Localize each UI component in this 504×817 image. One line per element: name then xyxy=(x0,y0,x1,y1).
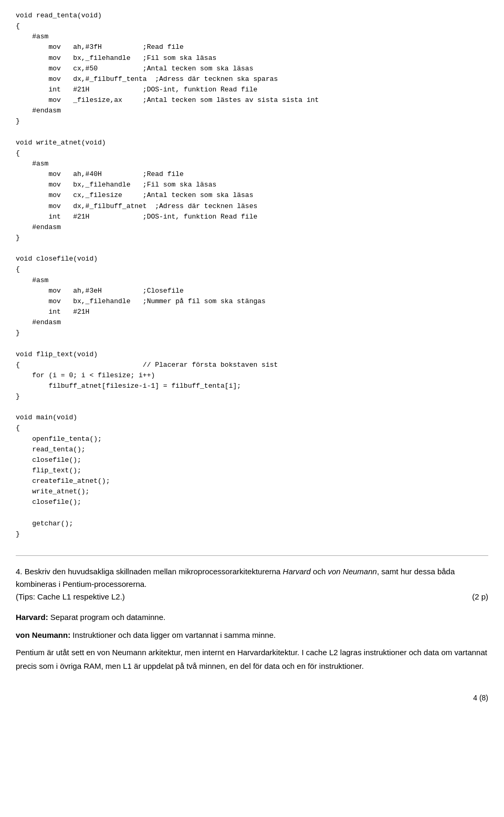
question-number: 4. xyxy=(16,567,23,576)
section-divider xyxy=(16,555,488,556)
answer-harvard: Harvard: Separat program och dataminne. xyxy=(16,611,488,624)
question-points: (2 p) xyxy=(472,591,488,603)
page-number: 4 (8) xyxy=(473,694,488,702)
question-tips: (Tips: Cache L1 respektive L2.) xyxy=(16,592,125,601)
answer-pentium-text: Pentium är utåt sett en von Neumann arki… xyxy=(16,648,487,670)
question-italic2: von Neumann xyxy=(328,567,376,576)
question-text-middle: och xyxy=(311,567,328,576)
code-content: void read_tenta(void) { #asm mov ah,#3fH… xyxy=(16,11,488,540)
answer-harvard-label: Harvard: xyxy=(16,613,50,622)
answer-pentium: Pentium är utåt sett en von Neumann arki… xyxy=(16,646,488,673)
code-section: void read_tenta(void) { #asm mov ah,#3fH… xyxy=(16,11,488,540)
answer-neumann-text: Instruktioner och data ligger om vartann… xyxy=(72,630,276,639)
question-italic1: Harvard xyxy=(283,567,311,576)
page-footer: 4 (8) xyxy=(16,694,488,702)
answer-section: Harvard: Separat program och dataminne. … xyxy=(16,611,488,673)
answer-harvard-text: Separat program och dataminne. xyxy=(50,613,165,622)
answer-neumann-label: von Neumann: xyxy=(16,630,72,639)
question-text-before: Beskriv den huvudsakliga skillnaden mell… xyxy=(25,567,283,576)
question-block: 4. Beskriv den huvudsakliga skillnaden m… xyxy=(16,565,488,603)
answer-neumann: von Neumann: Instruktioner och data ligg… xyxy=(16,628,488,642)
